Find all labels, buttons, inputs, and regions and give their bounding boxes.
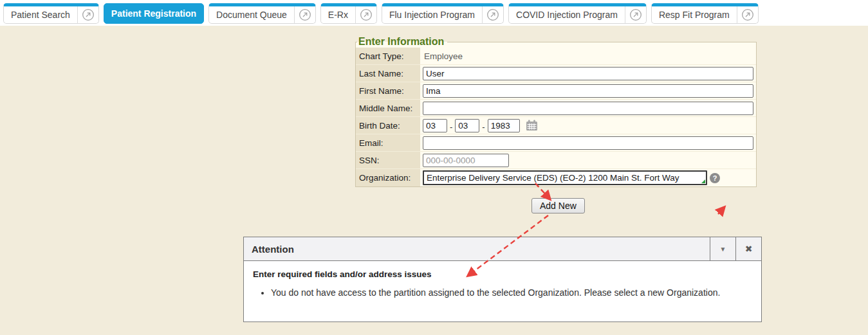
organization-label: Organization: bbox=[356, 169, 420, 186]
last-name-input[interactable] bbox=[423, 67, 753, 80]
tab-covid-injection-program[interactable]: COVID Injection Program bbox=[508, 3, 647, 24]
tab-bar: Patient Search Patient Registration Docu… bbox=[0, 0, 868, 26]
chart-type-value: Employee bbox=[423, 51, 463, 61]
external-link-icon bbox=[741, 8, 754, 21]
attention-heading: Enter required fields and/or address iss… bbox=[253, 269, 752, 279]
tab-patient-registration[interactable]: Patient Registration bbox=[104, 3, 204, 24]
ssn-label: SSN: bbox=[356, 152, 420, 168]
attention-message: You do not have access to the partition … bbox=[271, 287, 752, 298]
close-icon: ✖ bbox=[745, 244, 753, 254]
tab-label: Flu Injection Program bbox=[382, 6, 482, 23]
attention-message-list: You do not have access to the partition … bbox=[271, 287, 752, 298]
middle-name-label: Middle Name: bbox=[356, 100, 420, 116]
open-in-new-window-button[interactable] bbox=[355, 6, 376, 23]
email-label: Email: bbox=[356, 134, 420, 151]
first-name-row: First Name: bbox=[356, 82, 756, 100]
birth-date-label: Birth Date: bbox=[356, 117, 420, 134]
tab-e-rx[interactable]: E-Rx bbox=[320, 3, 377, 24]
birth-day-input[interactable] bbox=[455, 119, 479, 132]
chevron-down-icon: ▼ bbox=[720, 246, 726, 253]
organization-input[interactable] bbox=[423, 170, 707, 185]
last-name-label: Last Name: bbox=[356, 65, 420, 82]
enter-information-fieldset: Enter Information Chart Type: Employee L… bbox=[355, 36, 757, 187]
autocomplete-corner-indicator bbox=[701, 179, 705, 183]
add-new-button[interactable]: Add New bbox=[531, 198, 585, 213]
date-separator: - bbox=[482, 122, 485, 132]
tab-label: Document Queue bbox=[209, 6, 294, 23]
calendar-icon[interactable] bbox=[526, 120, 538, 131]
external-link-icon bbox=[360, 8, 373, 21]
help-icon[interactable]: ? bbox=[710, 173, 720, 183]
attention-panel: Attention ▼ ✖ Enter required fields and/… bbox=[243, 237, 762, 322]
date-separator: - bbox=[450, 122, 452, 132]
tab-resp-fit-program[interactable]: Resp Fit Program bbox=[651, 3, 759, 24]
form-legend: Enter Information bbox=[357, 36, 447, 48]
first-name-label: First Name: bbox=[356, 82, 420, 99]
open-in-new-window-button[interactable] bbox=[77, 6, 98, 23]
external-link-icon bbox=[299, 8, 311, 21]
attention-body: Enter required fields and/or address iss… bbox=[244, 261, 761, 306]
tab-patient-search[interactable]: Patient Search bbox=[3, 3, 99, 24]
external-link-icon bbox=[629, 8, 642, 21]
chart-type-label: Chart Type: bbox=[356, 48, 420, 64]
small-cursor-arrow bbox=[718, 207, 725, 214]
tab-label: Patient Search bbox=[4, 6, 77, 23]
tab-label: Resp Fit Program bbox=[652, 6, 737, 23]
ssn-input[interactable] bbox=[423, 154, 509, 167]
open-in-new-window-button[interactable] bbox=[482, 6, 503, 23]
open-in-new-window-button[interactable] bbox=[625, 6, 646, 23]
chart-type-row: Chart Type: Employee bbox=[356, 48, 756, 65]
tab-label: COVID Injection Program bbox=[509, 6, 625, 23]
birth-month-input[interactable] bbox=[423, 119, 447, 132]
open-in-new-window-button[interactable] bbox=[737, 6, 758, 23]
open-in-new-window-button[interactable] bbox=[294, 6, 315, 23]
middle-name-row: Middle Name: bbox=[356, 100, 756, 117]
attention-title: Attention bbox=[244, 237, 710, 260]
birth-year-input[interactable] bbox=[488, 119, 520, 132]
ssn-row: SSN: bbox=[356, 152, 756, 169]
external-link-icon bbox=[82, 8, 95, 21]
first-name-input[interactable] bbox=[423, 84, 753, 98]
collapse-panel-button[interactable]: ▼ bbox=[710, 237, 735, 260]
tab-label: Patient Registration bbox=[104, 4, 203, 23]
close-panel-button[interactable]: ✖ bbox=[735, 237, 761, 260]
last-name-row: Last Name: bbox=[356, 65, 756, 82]
birth-date-row: Birth Date: - - bbox=[356, 117, 756, 134]
tab-flu-injection-program[interactable]: Flu Injection Program bbox=[382, 3, 504, 24]
tab-label: E-Rx bbox=[321, 6, 355, 23]
external-link-icon bbox=[486, 8, 499, 21]
organization-row: Organization: ? bbox=[356, 169, 756, 186]
middle-name-input[interactable] bbox=[423, 102, 753, 115]
email-row: Email: bbox=[356, 134, 756, 152]
attention-header: Attention ▼ ✖ bbox=[244, 237, 761, 261]
tab-document-queue[interactable]: Document Queue bbox=[208, 3, 316, 24]
email-input[interactable] bbox=[423, 136, 753, 150]
